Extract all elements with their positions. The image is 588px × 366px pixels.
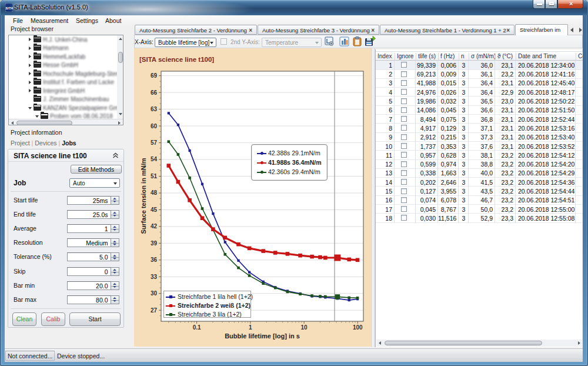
svg-text:60: 60: [151, 123, 158, 129]
svg-text:27: 27: [151, 307, 158, 314]
svg-text:57: 57: [151, 139, 158, 146]
svg-text:48: 48: [151, 189, 158, 196]
svg-text:54: 54: [151, 156, 158, 162]
svg-text:39: 39: [151, 240, 158, 247]
svg-text:69: 69: [151, 72, 158, 79]
svg-text:1: 1: [249, 324, 252, 331]
svg-text:51: 51: [151, 173, 158, 179]
svg-text:66: 66: [151, 89, 158, 96]
svg-text:Bubble lifetime [log] in s: Bubble lifetime [log] in s: [225, 332, 300, 340]
svg-text:63: 63: [151, 106, 158, 112]
svg-text:10: 10: [301, 324, 308, 331]
svg-text:33: 33: [151, 274, 158, 280]
svg-text:0.1: 0.1: [193, 324, 201, 331]
svg-text:100: 100: [353, 324, 363, 331]
svg-text:30: 30: [151, 290, 158, 297]
svg-text:42: 42: [151, 223, 158, 229]
svg-text:45: 45: [151, 207, 158, 213]
svg-text:36: 36: [151, 257, 158, 263]
svg-text:Surface tension in mN/m: Surface tension in mN/m: [140, 158, 147, 234]
